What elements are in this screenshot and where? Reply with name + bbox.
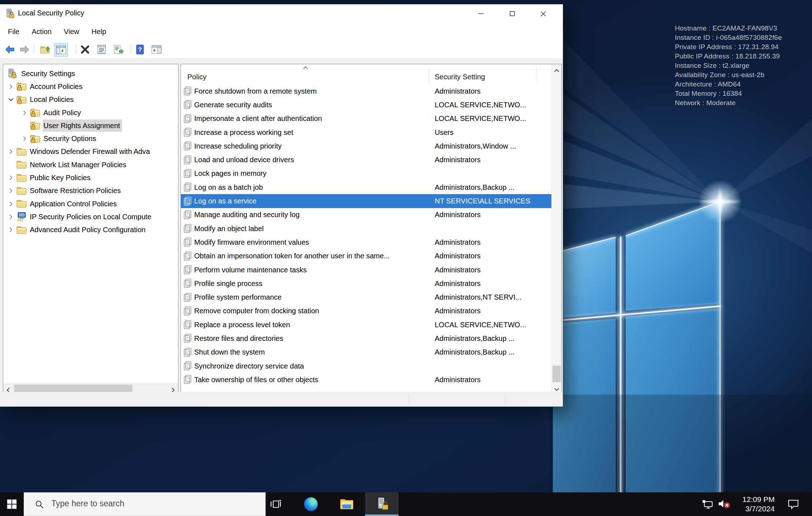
help-icon: ? [136, 44, 144, 55]
policy-row[interactable]: Log on as a batch job Administrators,Bac… [181, 180, 551, 194]
back-button[interactable] [4, 43, 17, 56]
tree-item[interactable]: Audit Policy [3, 106, 178, 119]
tree-item[interactable]: IP Security Policies on Local Compute [3, 210, 178, 223]
chevron-expander-icon[interactable] [8, 227, 16, 233]
sort-ascending-icon [302, 66, 309, 70]
scrollbar-thumb[interactable] [552, 366, 561, 382]
policy-row[interactable]: Lock pages in memory [181, 167, 551, 180]
column-header-policy[interactable]: Policy [187, 73, 206, 81]
toolbar-separator [34, 44, 34, 54]
search-input[interactable]: Type here to search [51, 499, 124, 508]
chevron-expander-icon[interactable] [8, 214, 16, 220]
properties-button[interactable] [95, 43, 108, 56]
chevron-expander-icon[interactable] [8, 201, 16, 207]
menu-action[interactable]: Action [25, 28, 58, 36]
menu-file[interactable]: File [0, 28, 25, 36]
start-button[interactable] [0, 492, 24, 516]
tree-item-label: Security Options [43, 135, 96, 143]
policy-row[interactable]: Shut down the system Administrators,Back… [181, 346, 551, 359]
maximize-button[interactable] [501, 6, 523, 21]
export-list-button[interactable] [112, 43, 125, 56]
policy-row[interactable]: Impersonate a client after authenticatio… [181, 112, 551, 126]
chevron-expander-icon[interactable] [22, 110, 30, 116]
tree-item[interactable]: Security Settings [3, 67, 178, 80]
taskbar-search[interactable]: Type here to search [24, 492, 266, 516]
policy-name: Load and unload device drivers [194, 156, 428, 164]
policy-row[interactable]: Remove computer from docking station Adm… [181, 304, 551, 318]
chevron-expander-icon[interactable] [8, 97, 16, 102]
list-vertical-scrollbar[interactable] [551, 64, 561, 396]
policy-row[interactable]: Perform volume maintenance tasks Adminis… [181, 263, 551, 277]
policy-row[interactable]: Obtain an impersonation token for anothe… [181, 249, 551, 263]
policy-document-icon [183, 251, 194, 261]
action-center-button[interactable] [785, 492, 802, 516]
scroll-up-arrow-icon[interactable] [552, 65, 561, 76]
policy-list-pane: Policy Security Setting [181, 64, 562, 396]
tree-item[interactable]: Windows Defender Firewall with Adva [3, 145, 178, 158]
tree-item[interactable]: User Rights Assignment [3, 119, 178, 132]
tree-item[interactable]: Account Policies [3, 80, 178, 93]
task-view-button[interactable] [267, 492, 284, 516]
column-divider[interactable] [536, 67, 537, 82]
ec2-instance-info: Hostname : EC2AMAZ-FAN98V3Instance ID : … [675, 24, 782, 108]
tree-item[interactable]: Local Policies [3, 93, 178, 106]
policy-row[interactable]: Take ownership of files or other objects… [181, 373, 551, 386]
edge-browser-button[interactable] [302, 492, 320, 516]
policy-security-setting: LOCAL SERVICE,NETWO... [435, 321, 526, 329]
column-divider[interactable] [429, 67, 429, 82]
policy-row[interactable]: Replace a process level token LOCAL SERV… [181, 318, 551, 332]
show-action-pane-button[interactable] [150, 43, 163, 56]
policy-row[interactable]: Modify an object label [181, 222, 551, 235]
network-status-button[interactable] [701, 492, 715, 516]
tree-item[interactable]: Software Restriction Policies [3, 184, 178, 197]
tree-item[interactable]: Network List Manager Policies [3, 158, 178, 171]
status-bar-divider [505, 395, 505, 404]
policy-row[interactable]: Synchronize directory service data [181, 359, 551, 373]
policy-row[interactable]: Force shutdown from a remote system Admi… [181, 84, 551, 98]
title-bar[interactable]: Local Security Policy [0, 4, 563, 23]
tree-item-icon [16, 81, 28, 92]
menu-view[interactable]: View [58, 28, 85, 36]
policy-row[interactable]: Generate security audits LOCAL SERVICE,N… [181, 98, 551, 112]
policy-row[interactable]: Log on as a service NT SERVICE\ALL SERVI… [181, 194, 551, 208]
minimize-icon [478, 11, 484, 17]
up-level-button[interactable] [39, 43, 52, 56]
help-button[interactable]: ? [134, 43, 146, 56]
show-hide-console-tree-button[interactable] [54, 43, 68, 57]
tree-item[interactable]: Application Control Policies [3, 197, 178, 210]
policy-security-setting: Administrators [435, 266, 481, 274]
tree-item-icon [16, 199, 28, 209]
policy-row[interactable]: Increase a process working set Users [181, 126, 551, 139]
console-content: Security Settings [0, 58, 563, 396]
close-button[interactable] [532, 6, 554, 21]
policy-row[interactable]: Profile single process Administrators [181, 277, 551, 290]
tree-item[interactable]: Public Key Policies [3, 171, 178, 184]
forward-button[interactable] [18, 43, 31, 56]
policy-row[interactable]: Modify firmware environment values Admin… [181, 235, 551, 249]
tree-item[interactable]: Advanced Audit Policy Configuration [3, 224, 178, 236]
local-security-policy-taskbar-button[interactable] [365, 492, 398, 516]
volume-muted-button[interactable] [717, 492, 732, 516]
policy-name: Synchronize directory service data [194, 362, 428, 370]
policy-row[interactable]: Restore files and directories Administra… [181, 332, 551, 345]
policy-security-setting: Administrators,Backup ... [435, 334, 514, 343]
taskbar-clock[interactable]: 12:09 PM 3/7/2024 [734, 492, 775, 516]
tree-item-icon [8, 69, 19, 79]
chevron-expander-icon[interactable] [8, 84, 16, 89]
policy-row[interactable]: Manage auditing and security log Adminis… [181, 208, 551, 222]
minimize-button[interactable] [470, 6, 492, 21]
policy-row[interactable]: Increase scheduling priority Administrat… [181, 139, 551, 153]
ec2-info-line: Instance ID : i-065a48f5730882f6e [675, 33, 782, 42]
tree-item[interactable]: Security Options [3, 132, 178, 145]
file-explorer-button[interactable] [338, 492, 356, 516]
column-header-security-setting[interactable]: Security Setting [435, 73, 485, 81]
chevron-expander-icon[interactable] [22, 136, 30, 141]
chevron-expander-icon[interactable] [8, 188, 16, 193]
delete-x-icon [80, 45, 90, 54]
menu-help[interactable]: Help [85, 28, 112, 36]
chevron-expander-icon[interactable] [8, 149, 16, 154]
policy-row[interactable]: Profile system performance Administrator… [181, 290, 551, 304]
policy-row[interactable]: Load and unload device drivers Administr… [181, 153, 551, 166]
delete-button[interactable] [79, 43, 92, 56]
chevron-expander-icon[interactable] [8, 175, 16, 180]
